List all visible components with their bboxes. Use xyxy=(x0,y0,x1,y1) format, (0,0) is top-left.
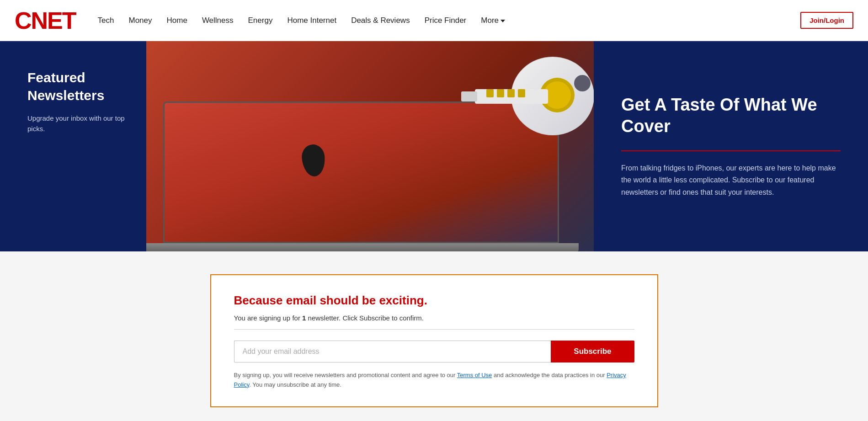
subscribe-box: Because email should be exciting. You ar… xyxy=(210,274,658,407)
svg-point-4 xyxy=(574,75,591,91)
site-header: CNET Tech Money Home Wellness Energy Hom… xyxy=(0,0,868,41)
nav-money[interactable]: Money xyxy=(128,16,152,25)
nav-price-finder[interactable]: Price Finder xyxy=(425,16,467,25)
hero-center-image xyxy=(128,41,594,251)
chevron-down-icon xyxy=(501,20,505,22)
nav-wellness[interactable]: Wellness xyxy=(202,16,234,25)
hero-divider xyxy=(621,150,841,151)
svg-rect-9 xyxy=(518,89,525,97)
join-login-button[interactable]: Join/Login xyxy=(800,12,853,29)
nav-deals-reviews[interactable]: Deals & Reviews xyxy=(351,16,410,25)
hero-right-desc: From talking fridges to iPhones, our exp… xyxy=(621,162,841,198)
key-icon xyxy=(447,55,594,146)
hero-right-panel: Get A Taste Of What We Cover From talkin… xyxy=(603,41,868,251)
main-nav: Tech Money Home Wellness Energy Home Int… xyxy=(98,16,801,25)
legal-text: By signing up, you will receive newslett… xyxy=(234,371,634,390)
hero-left-desc: Upgrade your inbox with our top picks. xyxy=(27,113,130,134)
svg-rect-6 xyxy=(486,89,494,97)
hero-section: Featured Newsletters Upgrade your inbox … xyxy=(0,41,868,251)
nav-tech[interactable]: Tech xyxy=(98,16,114,25)
hero-left-panel: Featured Newsletters Upgrade your inbox … xyxy=(0,41,146,251)
email-input[interactable] xyxy=(234,341,551,362)
subscribe-title: Because email should be exciting. xyxy=(234,293,634,308)
nav-home[interactable]: Home xyxy=(167,16,187,25)
terms-link[interactable]: Terms of Use xyxy=(457,372,492,378)
svg-rect-10 xyxy=(461,91,477,101)
subscribe-description: You are signing up for 1 newsletter. Cli… xyxy=(234,314,634,330)
nav-more[interactable]: More xyxy=(481,16,505,25)
cnet-logo[interactable]: CNET xyxy=(15,9,76,32)
subscribe-section: Because email should be exciting. You ar… xyxy=(0,251,868,421)
subscribe-button[interactable]: Subscribe xyxy=(551,341,634,362)
hero-right-title: Get A Taste Of What We Cover xyxy=(621,94,841,138)
svg-rect-7 xyxy=(497,89,504,97)
svg-rect-8 xyxy=(507,89,515,97)
hero-left-title: Featured Newsletters xyxy=(27,69,130,104)
nav-energy[interactable]: Energy xyxy=(248,16,273,25)
email-row: Subscribe xyxy=(234,341,634,362)
nav-home-internet[interactable]: Home Internet xyxy=(287,16,336,25)
